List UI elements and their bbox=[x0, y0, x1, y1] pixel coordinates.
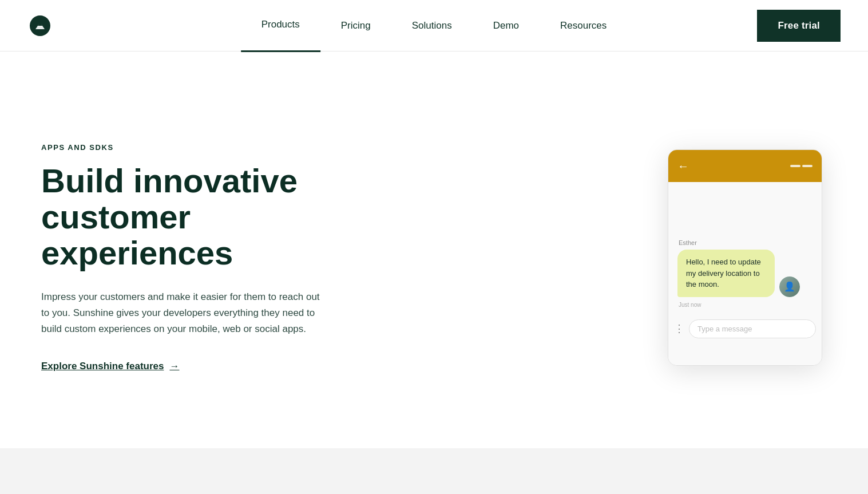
hero-title: Build innovative customer experiences bbox=[41, 163, 362, 271]
avatar-image: 👤 bbox=[779, 276, 800, 297]
logo[interactable] bbox=[27, 13, 53, 38]
navbar: Products Pricing Solutions Demo Resource… bbox=[0, 0, 868, 52]
phone-mockup: ← Esther Hello, I need to update my deli… bbox=[668, 149, 822, 366]
explore-link[interactable]: Explore Sunshine features → bbox=[41, 361, 179, 372]
hero-eyebrow: APPS AND SDKS bbox=[41, 143, 362, 152]
phone-header: ← bbox=[668, 150, 822, 182]
hero-illustration: ← Esther Hello, I need to update my deli… bbox=[668, 149, 822, 366]
chat-message-row: Hello, I need to update my delivery loca… bbox=[677, 250, 812, 297]
chat-input-row: ⋮ Type a message bbox=[668, 314, 822, 347]
nav-item-pricing[interactable]: Pricing bbox=[320, 0, 391, 52]
hero-title-line2: customer experiences bbox=[41, 198, 233, 271]
chat-sender-name: Esther bbox=[679, 239, 812, 246]
hero-description: Impress your customers and make it easie… bbox=[41, 289, 327, 337]
chat-area: Esther Hello, I need to update my delive… bbox=[668, 182, 822, 314]
hero-section: APPS AND SDKS Build innovative customer … bbox=[0, 52, 868, 464]
nav-item-products[interactable]: Products bbox=[241, 0, 320, 52]
nav-item-solutions[interactable]: Solutions bbox=[391, 0, 473, 52]
explore-link-text: Explore Sunshine features bbox=[41, 361, 164, 372]
arrow-icon: → bbox=[169, 361, 179, 372]
back-icon[interactable]: ← bbox=[677, 160, 689, 173]
hero-title-line1: Build innovative bbox=[41, 162, 298, 199]
chat-bubble: Hello, I need to update my delivery loca… bbox=[677, 250, 775, 297]
header-dot-2 bbox=[802, 165, 812, 167]
phone-body: Esther Hello, I need to update my delive… bbox=[668, 182, 822, 365]
more-options-icon[interactable]: ⋮ bbox=[674, 322, 684, 335]
nav-item-demo[interactable]: Demo bbox=[473, 0, 540, 52]
chat-timestamp: Just now bbox=[679, 302, 812, 308]
hero-content: APPS AND SDKS Build innovative customer … bbox=[41, 143, 362, 372]
header-dots bbox=[790, 165, 812, 167]
chat-input[interactable]: Type a message bbox=[689, 319, 816, 338]
nav-links: Products Pricing Solutions Demo Resource… bbox=[241, 0, 628, 52]
bottom-bar bbox=[0, 448, 868, 464]
chat-avatar: 👤 bbox=[779, 276, 800, 297]
nav-item-resources[interactable]: Resources bbox=[540, 0, 627, 52]
free-trial-button[interactable]: Free trial bbox=[757, 10, 841, 42]
header-dot-1 bbox=[790, 165, 800, 167]
